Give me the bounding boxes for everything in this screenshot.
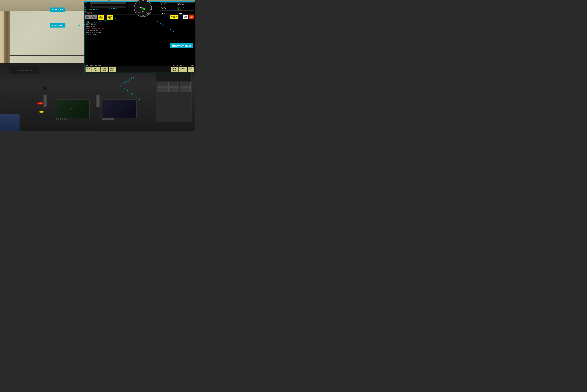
btn-2[interactable] [20, 70, 22, 71]
svg-text:60: 60 [147, 1, 148, 2]
svg-text:100: 100 [150, 9, 152, 10]
kp-btn-7[interactable] [157, 86, 168, 88]
wabtec-label-left: Wabtec [70, 108, 74, 110]
home-title: HOME [86, 21, 194, 23]
alarms-header: ALARMS/MESSAGES: [86, 26, 194, 28]
kp-btn-8[interactable] [168, 86, 179, 88]
kp-btn-2[interactable] [168, 82, 179, 84]
pcs-open-btn[interactable]: PCSOPEN [85, 15, 90, 19]
help-button[interactable]: HELP [86, 67, 92, 72]
right-info-panel: FUEL LEVEL 0L UNIT ID CFCL 1234 01:01 [160, 2, 195, 14]
sr-btn-3[interactable] [106, 118, 108, 120]
service-button[interactable]: SERVICE [178, 67, 187, 72]
sl-btn-4[interactable] [62, 118, 63, 120]
kp-btn-3[interactable] [180, 82, 191, 84]
power-status-label: POWER [190, 64, 194, 66]
sl-btn-6[interactable] [66, 118, 67, 120]
bp-label: BP [85, 6, 89, 8]
lever-left[interactable] [43, 94, 47, 107]
messages-section: HOME CREW MESSAGE: ALARMS/MESSAGES: DETO… [85, 21, 195, 64]
operator-button[interactable]: OPER-ATOR [171, 67, 178, 72]
bp-value: 0KPA [87, 8, 94, 10]
unit-id-box: UNIT ID CFCL 1234 [177, 2, 194, 6]
yellow-button[interactable] [39, 111, 44, 113]
lever-left-top [43, 86, 47, 90]
consist-label: Consist KN [178, 7, 194, 8]
bp-value-row: ▶ 0KPA [85, 8, 126, 10]
datetime: FEB 20,2000 22:37:20 [86, 64, 102, 66]
sl-btn-3[interactable] [60, 118, 61, 120]
btn-4[interactable] [25, 70, 27, 71]
crew-message: CREW MESSAGE: [86, 23, 194, 25]
wabtec-label-right: Wabtec [117, 108, 121, 110]
park-brake-btn[interactable]: PARKBRAKE [189, 15, 194, 19]
kp-btn-5[interactable] [168, 84, 179, 86]
kp-btn-6[interactable] [180, 84, 191, 86]
svg-text:140: 140 [142, 14, 144, 16]
kp-btn-12[interactable] [180, 88, 191, 90]
screen-left: Wabtec [55, 100, 90, 118]
kp-btn-9[interactable] [180, 86, 191, 88]
fuel-level-value: 0L [161, 4, 176, 6]
test-config-btn[interactable]: TESTCONFIGON [98, 15, 104, 20]
sr-btn-5[interactable] [110, 118, 112, 120]
speedometer-svg: 20 40 60 80 100 120 140 0 [134, 0, 152, 17]
cab-background: Wabtec Wabtec [0, 0, 195, 130]
kp-btn-14[interactable] [168, 90, 179, 92]
kp-btn-15[interactable] [180, 90, 191, 92]
light-reset-button[interactable]: LIGHTRESET [109, 67, 116, 72]
kp-btn-13[interactable] [157, 90, 168, 92]
sr-btn-6[interactable] [112, 118, 114, 120]
lever-right[interactable] [96, 94, 100, 107]
main-display: EQR 0KPA BP ▶ 0KPA [84, 1, 195, 73]
btn-5[interactable] [27, 70, 29, 71]
consist-value: 0KN [178, 8, 194, 10]
kp-btn-10[interactable] [157, 88, 168, 90]
sr-btn-4[interactable] [108, 118, 110, 120]
mr-gauge-row: MR [85, 11, 126, 12]
screen-left-buttons [55, 118, 90, 120]
detonator-fault-btn[interactable]: DETONATORFAULT [170, 15, 178, 19]
sr-btn-2[interactable] [104, 118, 106, 120]
sl-btn-5[interactable] [64, 118, 65, 120]
eqr-gauge-row: EQR [85, 2, 126, 4]
btn-1[interactable] [17, 70, 19, 71]
aess-disable-btn[interactable]: AESSDISABLE [90, 15, 97, 19]
action-spacer [116, 67, 170, 72]
bp-arrow: ▶ [85, 8, 86, 10]
keypad-buttons [156, 82, 191, 92]
active-count-value: 220 ACTIVE: 10 [173, 64, 184, 66]
bp-bar [90, 6, 126, 8]
svg-text:KM/H: KM/H [142, 11, 144, 12]
eqr-value: 0KPA [85, 4, 92, 6]
status-row: FEB 20,2000 22:37:20 220 ACTIVE: 10 POWE… [85, 64, 195, 66]
view-button[interactable]: VIEW [188, 67, 194, 72]
scroll-down-button[interactable]: SCROLLDOWN [101, 67, 108, 72]
eqr-value-row: 0KPA [85, 4, 126, 6]
eqr-bar [90, 2, 126, 4]
engine-brkr-btn[interactable]: ENGINEBRKROFF [107, 15, 113, 20]
speedometer: 20 40 60 80 100 120 140 0 [134, 0, 152, 17]
kp-btn-1[interactable] [157, 82, 168, 84]
time-value: 01:01 [161, 7, 176, 9]
fuel-level-label: FUEL LEVEL [161, 3, 176, 4]
fuel-level-box: FUEL LEVEL 0L [160, 2, 177, 6]
left-status-buttons: PCSOPEN AESSDISABLE TESTCONFIGON ENGINEB… [85, 15, 169, 20]
scroll-up-button[interactable]: SCROLLUP [92, 67, 100, 72]
button-row-left [10, 66, 39, 74]
speedometer-area: 20 40 60 80 100 120 140 0 [126, 2, 159, 14]
screen-right-buttons [102, 118, 136, 120]
brake-cylinder-annotation: Brake Cylinder [170, 43, 193, 48]
accel-label: ACCEL 0 KM/H/MIN [138, 12, 148, 14]
screen-right-content: Wabtec [102, 100, 136, 118]
sl-btn-2[interactable] [58, 118, 59, 120]
btn-3[interactable] [22, 70, 24, 71]
sr-btn-1[interactable] [102, 118, 104, 120]
sl-btn-1[interactable] [56, 118, 57, 120]
time-consist-row: 01:01 Consist KN 0KN [160, 7, 194, 11]
operator-seat [0, 114, 20, 130]
kp-btn-11[interactable] [168, 88, 179, 90]
kp-btn-4[interactable] [157, 84, 168, 86]
bp-gauge-row: BP [85, 6, 126, 8]
btn-6[interactable] [30, 70, 32, 71]
